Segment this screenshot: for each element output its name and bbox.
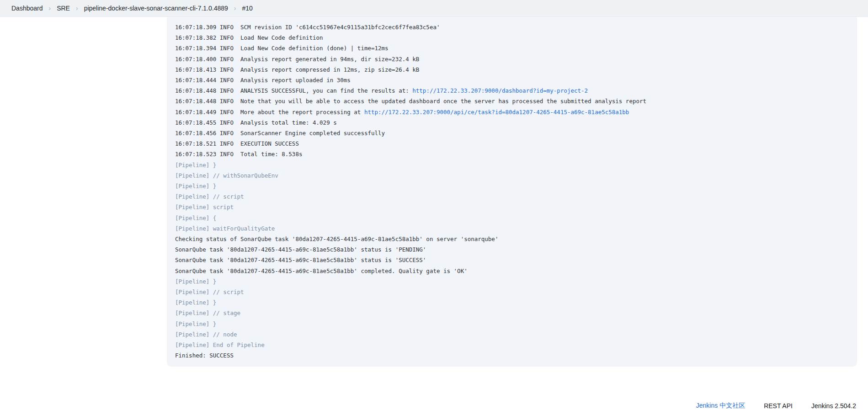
log-text: 16:07:18.400 INFO Analysis report genera… bbox=[175, 56, 419, 63]
log-text: 16:07:18.449 INFO More about the report … bbox=[175, 109, 364, 116]
log-text: SonarQube task '80da1207-4265-4415-a69c-… bbox=[175, 268, 468, 274]
log-text: 16:07:18.413 INFO Analysis report compre… bbox=[175, 66, 419, 73]
pipeline-log-text: [Pipeline] // stage bbox=[175, 310, 240, 316]
breadcrumb-item-sre[interactable]: SRE bbox=[57, 5, 70, 12]
log-text: 16:07:18.456 INFO SonarScanner Engine co… bbox=[175, 130, 385, 137]
console-line: 16:07:18.382 INFO Load New Code definiti… bbox=[175, 32, 849, 43]
breadcrumb-item-dashboard[interactable]: Dashboard bbox=[11, 5, 43, 12]
breadcrumb-separator-icon: › bbox=[49, 5, 51, 12]
console-line: 16:07:18.309 INFO SCM revision ID 'c614c… bbox=[175, 22, 849, 32]
breadcrumb: Dashboard›SRE›pipeline-docker-slave-sona… bbox=[0, 0, 868, 17]
console-line: 16:07:18.523 INFO Total time: 8.538s bbox=[175, 149, 849, 159]
console-line: [Pipeline] // script bbox=[175, 191, 849, 202]
console-line: [Pipeline] // script bbox=[175, 287, 849, 297]
console-line: [Pipeline] waitForQualityGate bbox=[175, 223, 849, 234]
pipeline-log-text: [Pipeline] } bbox=[175, 162, 216, 168]
pipeline-log-text: [Pipeline] } bbox=[175, 320, 216, 327]
console-line: [Pipeline] } bbox=[175, 319, 849, 329]
pipeline-log-text: [Pipeline] waitForQualityGate bbox=[175, 225, 275, 232]
pipeline-log-text: [Pipeline] // script bbox=[175, 289, 244, 295]
console-line: [Pipeline] script bbox=[175, 202, 849, 212]
console-line: [Pipeline] } bbox=[175, 276, 849, 287]
pipeline-log-text: [Pipeline] // node bbox=[175, 331, 237, 338]
page: { "breadcrumb": { "separator": "\u203a",… bbox=[0, 0, 868, 415]
console-line: [Pipeline] } bbox=[175, 297, 849, 308]
log-text: SonarQube task '80da1207-4265-4415-a69c-… bbox=[175, 257, 426, 263]
pipeline-log-text: [Pipeline] // script bbox=[175, 193, 244, 200]
console-line: [Pipeline] // withSonarQubeEnv bbox=[175, 170, 849, 181]
breadcrumb-item-10[interactable]: #10 bbox=[242, 5, 252, 12]
console-line: 16:07:18.448 INFO ANALYSIS SUCCESSFUL, y… bbox=[175, 85, 849, 96]
console-line: [Pipeline] End of Pipeline bbox=[175, 340, 849, 350]
jenkins-version-label: Jenkins 2.504.2 bbox=[811, 402, 856, 410]
console-line: 16:07:18.455 INFO Analysis total time: 4… bbox=[175, 117, 849, 128]
breadcrumb-separator-icon: › bbox=[76, 5, 78, 12]
log-text: 16:07:18.444 INFO Analysis report upload… bbox=[175, 77, 351, 84]
console-line: 16:07:18.448 INFO Note that you will be … bbox=[175, 96, 849, 106]
console-line: SonarQube task '80da1207-4265-4415-a69c-… bbox=[175, 244, 849, 255]
log-text: 16:07:18.455 INFO Analysis total time: 4… bbox=[175, 119, 337, 126]
pipeline-log-text: [Pipeline] } bbox=[175, 278, 216, 285]
log-text: 16:07:18.521 INFO EXECUTION SUCCESS bbox=[175, 140, 299, 147]
console-line: 16:07:18.400 INFO Analysis report genera… bbox=[175, 54, 849, 64]
log-text: 16:07:18.523 INFO Total time: 8.538s bbox=[175, 151, 302, 158]
console-line: SonarQube task '80da1207-4265-4415-a69c-… bbox=[175, 266, 849, 276]
pipeline-log-text: [Pipeline] End of Pipeline bbox=[175, 341, 265, 348]
console-line: 16:07:18.413 INFO Analysis report compre… bbox=[175, 64, 849, 75]
log-text: 16:07:18.448 INFO ANALYSIS SUCCESSFUL, y… bbox=[175, 87, 412, 94]
log-text: 16:07:18.394 INFO Load New Code definiti… bbox=[175, 45, 389, 52]
breadcrumb-separator-icon: › bbox=[234, 5, 236, 12]
console-line: [Pipeline] } bbox=[175, 160, 849, 170]
console-line: 16:07:18.394 INFO Load New Code definiti… bbox=[175, 43, 849, 53]
pipeline-log-text: [Pipeline] } bbox=[175, 183, 216, 189]
pipeline-log-text: [Pipeline] // withSonarQubeEnv bbox=[175, 172, 278, 179]
console-output: 16:07:18.309 INFO SCM revision ID 'c614c… bbox=[167, 17, 857, 367]
footer: Jenkins 中文社区 REST API Jenkins 2.504.2 bbox=[696, 402, 856, 410]
console-link[interactable]: http://172.22.33.207:9000/dashboard?id=m… bbox=[412, 87, 588, 94]
log-text: 16:07:18.382 INFO Load New Code definiti… bbox=[175, 34, 323, 41]
pipeline-log-text: [Pipeline] { bbox=[175, 215, 216, 221]
breadcrumb-item-pipeline-docker-slave-sonar-scanner-cli-7-1-0-4889[interactable]: pipeline-docker-slave-sonar-scanner-cli-… bbox=[84, 5, 228, 12]
console-line: [Pipeline] { bbox=[175, 213, 849, 223]
log-text: 16:07:18.448 INFO Note that you will be … bbox=[175, 98, 646, 105]
jenkins-community-link[interactable]: Jenkins 中文社区 bbox=[696, 402, 745, 410]
log-text: SonarQube task '80da1207-4265-4415-a69c-… bbox=[175, 246, 426, 253]
pipeline-log-text: [Pipeline] script bbox=[175, 204, 234, 210]
console-line: [Pipeline] // stage bbox=[175, 308, 849, 318]
console-line: 16:07:18.456 INFO SonarScanner Engine co… bbox=[175, 128, 849, 138]
console-link[interactable]: http://172.22.33.207:9000/api/ce/task?id… bbox=[364, 109, 629, 116]
console-line: Finished: SUCCESS bbox=[175, 350, 849, 361]
console-line: Checking status of SonarQube task '80da1… bbox=[175, 234, 849, 244]
log-text: Finished: SUCCESS bbox=[175, 352, 234, 359]
pipeline-log-text: [Pipeline] } bbox=[175, 299, 216, 306]
log-text: 16:07:18.309 INFO SCM revision ID 'c614c… bbox=[175, 24, 440, 31]
console-line: 16:07:18.444 INFO Analysis report upload… bbox=[175, 75, 849, 85]
console-line: [Pipeline] // node bbox=[175, 329, 849, 340]
rest-api-link[interactable]: REST API bbox=[764, 402, 793, 410]
console-line: 16:07:18.449 INFO More about the report … bbox=[175, 107, 849, 117]
log-text: Checking status of SonarQube task '80da1… bbox=[175, 236, 498, 242]
console-line: [Pipeline] } bbox=[175, 181, 849, 191]
console-line: 16:07:18.521 INFO EXECUTION SUCCESS bbox=[175, 138, 849, 149]
console-line: SonarQube task '80da1207-4265-4415-a69c-… bbox=[175, 255, 849, 265]
